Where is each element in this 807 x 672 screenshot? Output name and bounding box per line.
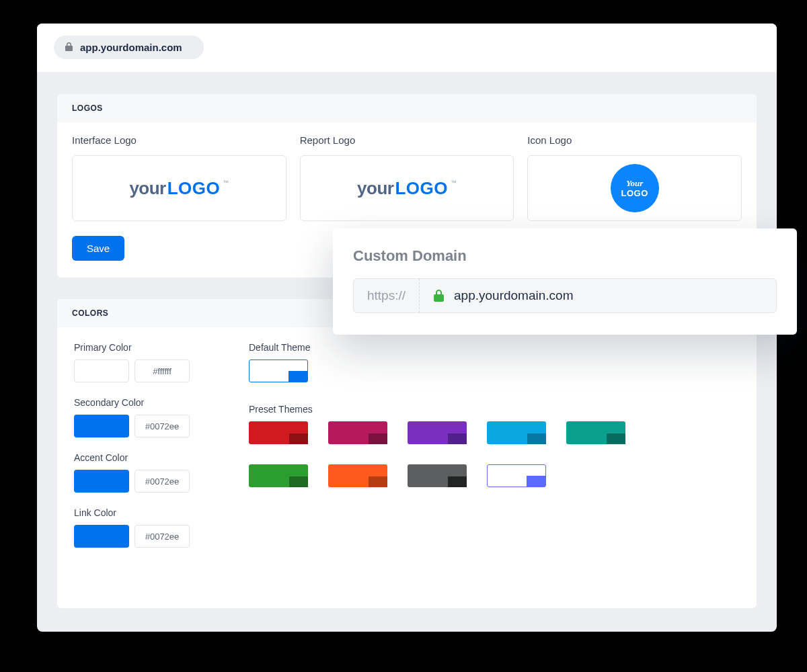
interface-logo-label: Interface Logo: [72, 134, 286, 146]
primary-color-hex[interactable]: #ffffff: [134, 360, 190, 382]
icon-logo-label: Icon Logo: [527, 134, 742, 146]
link-color-label: Link Color: [74, 507, 208, 518]
preset-theme-3[interactable]: [487, 421, 546, 444]
primary-color-label: Primary Color: [74, 342, 208, 353]
icon-logo-column: Icon Logo Your LOGO: [527, 134, 742, 221]
address-url: app.yourdomain.com: [80, 42, 182, 53]
report-logo-dropzone[interactable]: yourLOGO™: [300, 155, 514, 221]
secondary-color-swatch[interactable]: [74, 415, 129, 437]
secondary-color-hex[interactable]: #0072ee: [134, 415, 190, 437]
accent-color-hex[interactable]: #0072ee: [134, 470, 190, 493]
lock-icon: [65, 42, 73, 53]
custom-domain-input[interactable]: https:// app.yourdomain.com: [353, 278, 777, 313]
browser-address-bar: app.yourdomain.com: [37, 24, 777, 72]
secondary-color-label: Secondary Color: [74, 397, 208, 408]
lock-icon: [433, 289, 445, 302]
report-logo-column: Report Logo yourLOGO™: [300, 134, 514, 221]
link-color-hex[interactable]: #0072ee: [134, 525, 190, 548]
preset-theme-6[interactable]: [328, 464, 387, 487]
address-bubble[interactable]: app.yourdomain.com: [54, 36, 204, 59]
preset-theme-0[interactable]: [249, 421, 308, 444]
default-theme-label: Default Theme: [249, 342, 740, 353]
link-color-swatch[interactable]: [74, 525, 129, 548]
interface-logo-dropzone[interactable]: yourLOGO™: [72, 155, 286, 221]
colors-panel: COLORS Primary Color #ffffff Secondary C…: [57, 299, 757, 608]
protocol-prefix: https://: [354, 279, 420, 312]
default-theme-chip[interactable]: [249, 360, 308, 382]
accent-color-swatch[interactable]: [74, 470, 129, 493]
preset-themes-label: Preset Themes: [249, 404, 740, 415]
custom-domain-card: Custom Domain https:// app.yourdomain.co…: [333, 228, 797, 335]
preset-themes-grid: [249, 421, 625, 487]
preset-theme-8[interactable]: [487, 464, 546, 487]
color-fields: Primary Color #ffffff Secondary Color #0…: [74, 342, 208, 562]
primary-color-swatch[interactable]: [74, 360, 129, 382]
custom-domain-title: Custom Domain: [353, 247, 777, 265]
preset-theme-4[interactable]: [566, 421, 625, 444]
accent-color-label: Accent Color: [74, 452, 208, 463]
logos-panel-title: LOGOS: [57, 94, 757, 122]
report-logo-label: Report Logo: [300, 134, 514, 146]
preset-theme-5[interactable]: [249, 464, 308, 487]
preset-theme-2[interactable]: [408, 421, 467, 444]
save-button[interactable]: Save: [72, 236, 124, 261]
theme-area: Default Theme Preset Themes: [249, 342, 740, 562]
icon-logo-dropzone[interactable]: Your LOGO: [527, 155, 742, 221]
circle-logo-mark: Your LOGO: [611, 164, 659, 212]
wordmark-logo: yourLOGO™: [357, 178, 457, 199]
interface-logo-column: Interface Logo yourLOGO™: [72, 134, 286, 221]
preset-theme-1[interactable]: [328, 421, 387, 444]
preset-theme-7[interactable]: [408, 464, 467, 487]
wordmark-logo: yourLOGO™: [129, 178, 229, 199]
custom-domain-value: app.yourdomain.com: [454, 288, 573, 303]
